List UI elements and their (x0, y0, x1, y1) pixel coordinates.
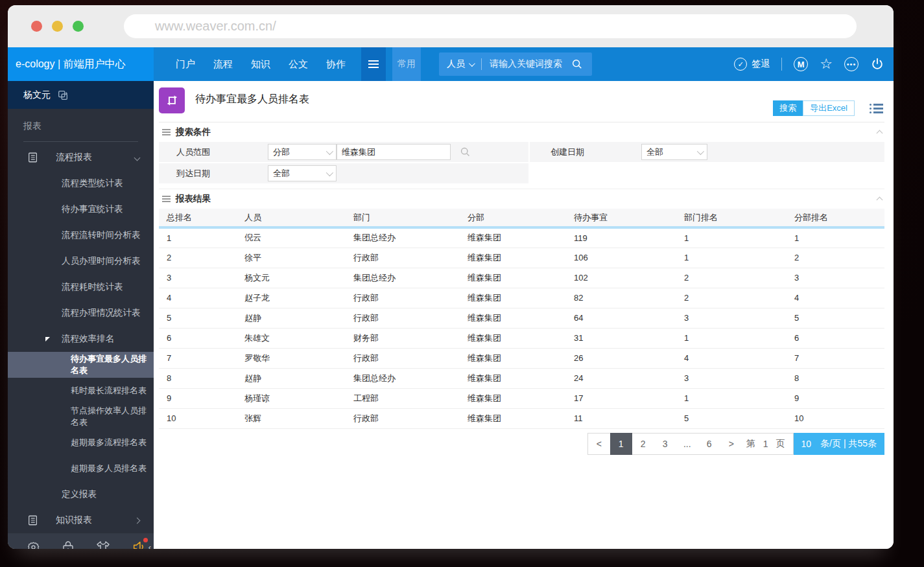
section-lines-icon (162, 194, 171, 204)
nav-item-knowledge[interactable]: 知识 (242, 47, 279, 81)
sidebar-item-custom-report[interactable]: 定义报表 (8, 481, 154, 507)
column-header[interactable]: 分部 (460, 209, 566, 227)
cell-branch-rank: 10 (787, 408, 884, 428)
nav-hamburger-button[interactable] (361, 47, 386, 81)
nav-item-document[interactable]: 公文 (279, 47, 317, 81)
settings-gear-icon[interactable] (26, 540, 41, 550)
switch-account-icon[interactable] (57, 89, 69, 101)
sidebar-item-person-time-analysis[interactable]: 人员办理时间分析表 (8, 248, 154, 274)
table-row[interactable]: 7 罗敬华 行政部 维森集团 26 4 7 (159, 348, 884, 368)
column-header[interactable]: 部门排名 (676, 209, 787, 227)
create-date-select[interactable]: 全部 (641, 144, 707, 160)
column-header[interactable]: 待办事宜 (566, 209, 676, 227)
table-row[interactable]: 4 赵子龙 行政部 维森集团 82 2 4 (159, 288, 884, 308)
favorite-star-icon[interactable]: ☆ (820, 57, 833, 71)
search-input[interactable]: 请输入关键词搜索 (490, 58, 562, 70)
export-excel-button[interactable]: 导出Excel (803, 100, 855, 116)
power-icon[interactable] (870, 57, 884, 71)
page-size-selector[interactable]: 10 条/页 | 共55条 (794, 433, 884, 455)
chevron-down-icon (469, 60, 475, 67)
sidebar-item-flow-time-analysis[interactable]: 流程流转时间分析表 (8, 222, 154, 248)
sidebar-item-handling-stats[interactable]: 流程办理情况统计表 (8, 300, 154, 326)
sidebar-item-duration-stats[interactable]: 流程耗时统计表 (8, 274, 154, 300)
sidebar-item-overdue-person-ranking[interactable]: 超期最多人员排名表 (8, 456, 154, 481)
nav-item-collaboration[interactable]: 协作 (317, 47, 355, 81)
sidebar-item-type-stats[interactable]: 流程类型统计表 (8, 170, 154, 196)
more-options-icon[interactable]: ••• (844, 57, 859, 71)
nav-item-portal[interactable]: 门户 (167, 47, 204, 81)
table-row[interactable]: 5 赵静 行政部 维森集团 64 3 5 (159, 308, 884, 328)
sidebar-item-longest-flow-ranking[interactable]: 耗时最长流程排名表 (8, 378, 154, 404)
sidebar-collapse-arrow[interactable]: ‹ (148, 542, 151, 549)
table-row[interactable]: 3 杨文元 集团总经办 维森集团 102 2 3 (159, 268, 884, 288)
check-circle-icon: ✓ (734, 58, 747, 71)
cell-branch: 维森集团 (460, 368, 566, 388)
lock-icon[interactable] (62, 540, 75, 549)
page-button-1[interactable]: 1 (610, 433, 632, 455)
sidebar-item-todo-stats[interactable]: 待办事宜统计表 (8, 196, 154, 222)
collapse-section-icon[interactable] (877, 130, 883, 137)
nav-item-workflow[interactable]: 流程 (204, 47, 242, 81)
scope-value-input[interactable] (337, 144, 451, 160)
page-jump-input[interactable]: 1 (763, 439, 768, 449)
table-row[interactable]: 2 徐平 行政部 维森集团 106 1 2 (159, 248, 884, 268)
column-header[interactable]: 分部排名 (787, 209, 884, 227)
cell-dept-rank: 2 (676, 288, 787, 308)
cell-dept: 行政部 (346, 248, 460, 268)
sidebar-item-node-efficiency-ranking[interactable]: 节点操作效率人员排名表 (8, 404, 154, 430)
app-brand[interactable]: e-cology | 前端用户中心 (8, 47, 154, 81)
search-scope-dropdown[interactable]: 人员 (447, 58, 473, 70)
cell-person: 倪云 (237, 227, 346, 248)
cell-branch: 维森集团 (460, 328, 566, 348)
table-row[interactable]: 9 杨瑾谅 工程部 维森集团 17 1 9 (159, 388, 884, 408)
table-row[interactable]: 10 张辉 行政部 维森集团 11 5 10 (159, 408, 884, 428)
results-header: 报表结果 (159, 189, 884, 209)
table-row[interactable]: 1 倪云 集团总经办 维森集团 119 1 1 (159, 227, 884, 248)
sidebar-item-most-todo-ranking[interactable]: 待办事宜最多人员排名表 (8, 352, 154, 378)
cell-todo: 17 (566, 388, 676, 408)
cell-dept-rank: 1 (676, 328, 787, 348)
cell-dept-rank: 3 (676, 308, 787, 328)
scope-type-select[interactable]: 分部 (268, 144, 337, 160)
nav-favorites-button[interactable]: 常用 (392, 47, 421, 81)
cell-dept: 集团总经办 (346, 268, 460, 288)
table-row[interactable]: 8 赵静 集团总经办 维森集团 24 3 8 (159, 368, 884, 388)
cell-todo: 119 (566, 227, 676, 248)
column-header[interactable]: 总排名 (159, 209, 237, 227)
prev-page-button[interactable]: < (588, 433, 610, 455)
chevron-down-icon (134, 154, 141, 161)
signout-button[interactable]: ✓ 签退 (734, 58, 770, 71)
column-header[interactable]: 人员 (237, 209, 346, 227)
cell-dept-rank: 4 (676, 348, 787, 368)
address-bar[interactable]: www.weaver.com.cn/ (124, 14, 857, 38)
cell-person: 杨文元 (237, 268, 346, 288)
search-button[interactable]: 搜索 (773, 100, 803, 116)
page-button-2[interactable]: 2 (632, 433, 654, 455)
search-icon[interactable] (562, 58, 592, 70)
cell-rank: 2 (159, 248, 237, 268)
list-menu-icon[interactable] (870, 102, 883, 115)
browse-search-icon[interactable] (460, 146, 471, 157)
page-button-6[interactable]: 6 (698, 433, 720, 455)
expanded-triangle-icon (45, 337, 50, 341)
cell-dept: 行政部 (346, 408, 460, 428)
table-row[interactable]: 6 朱雄文 财务部 维森集团 31 1 6 (159, 328, 884, 348)
theme-shirt-icon[interactable] (95, 540, 111, 549)
page-button-3[interactable]: 3 (654, 433, 676, 455)
sidebar-item-overdue-flow-ranking[interactable]: 超期最多流程排名表 (8, 430, 154, 456)
minimize-window-button[interactable] (52, 21, 63, 32)
sidebar-item-efficiency-ranking[interactable]: 流程效率排名 (8, 326, 154, 352)
speaker-announcement-icon[interactable] (132, 539, 147, 549)
maximize-window-button[interactable] (73, 21, 84, 32)
close-window-button[interactable] (31, 21, 42, 32)
collapse-section-icon[interactable] (877, 197, 883, 203)
column-header[interactable]: 部门 (346, 209, 460, 227)
cell-todo: 26 (566, 348, 676, 368)
m-badge-icon[interactable]: M (794, 57, 808, 71)
sidebar-item-workflow-reports[interactable]: 流程报表 (8, 145, 154, 170)
sidebar-user[interactable]: 杨文元 (8, 81, 154, 109)
sidebar-item-knowledge-reports[interactable]: 知识报表 (8, 507, 154, 533)
arrive-date-select[interactable]: 全部 (268, 165, 337, 181)
cell-dept: 财务部 (346, 328, 460, 348)
next-page-button[interactable]: > (720, 433, 742, 455)
